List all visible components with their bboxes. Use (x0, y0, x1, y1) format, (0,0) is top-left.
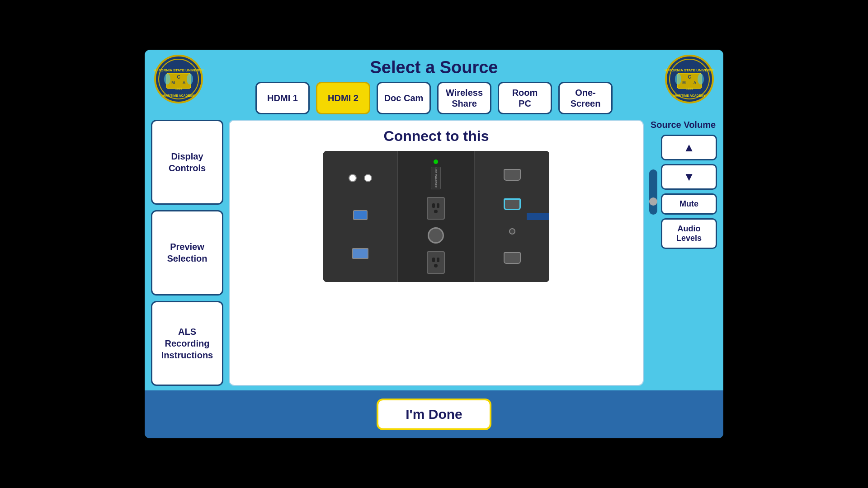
volume-controls: ▲ ▼ Mute AudioLevels (649, 135, 717, 249)
svg-text:C: C (177, 75, 180, 80)
connection-image: USB CHARGER (323, 151, 549, 282)
svg-text:1929: 1929 (175, 87, 182, 90)
source-volume-label: Source Volume (649, 120, 717, 130)
svg-text:M: M (682, 80, 686, 85)
svg-text:A: A (693, 80, 697, 85)
svg-point-21 (698, 74, 704, 84)
svg-text:CALIFORNIA STATE UNIVERSITY: CALIFORNIA STATE UNIVERSITY (665, 68, 714, 72)
als-recording-button[interactable]: ALSRecordingInstructions (151, 301, 223, 386)
svg-text:1929: 1929 (686, 87, 693, 90)
main-container: CALIFORNIA STATE UNIVERSITY C M A 1929 M… (145, 50, 723, 438)
svg-text:M: M (171, 80, 175, 85)
volume-down-button[interactable]: ▼ (661, 164, 717, 190)
source-doccam-button[interactable]: Doc Cam (377, 82, 431, 114)
svg-point-20 (675, 74, 681, 84)
source-roompc-button[interactable]: RoomPC (498, 82, 552, 114)
audio-levels-button[interactable]: AudioLevels (661, 218, 717, 249)
svg-point-9 (164, 74, 170, 84)
source-hdmi1-button[interactable]: HDMI 1 (255, 82, 310, 114)
footer: I'm Done (145, 390, 723, 438)
volume-up-button[interactable]: ▲ (661, 135, 717, 160)
display-controls-button[interactable]: DisplayControls (151, 120, 223, 205)
left-sidebar: DisplayControls PreviewSelection ALSReco… (151, 120, 223, 386)
center-panel: Connect to this (229, 120, 644, 386)
header: CALIFORNIA STATE UNIVERSITY C M A 1929 M… (145, 50, 723, 82)
logo-left: CALIFORNIA STATE UNIVERSITY C M A 1929 M… (154, 54, 203, 104)
volume-slider[interactable] (649, 169, 657, 215)
mute-button[interactable]: Mute (661, 193, 717, 215)
page-title: Select a Source (370, 58, 498, 77)
done-button[interactable]: I'm Done (377, 399, 491, 430)
right-sidebar: Source Volume ▲ ▼ Mute AudioLevels (649, 120, 717, 386)
svg-text:A: A (183, 80, 186, 85)
source-onescreen-button[interactable]: One-Screen (558, 82, 613, 114)
connect-title: Connect to this (384, 128, 489, 145)
preview-selection-button[interactable]: PreviewSelection (151, 210, 223, 295)
source-hdmi2-button[interactable]: HDMI 2 (316, 82, 370, 114)
svg-text:C: C (688, 75, 691, 80)
svg-text:CALIFORNIA STATE UNIVERSITY: CALIFORNIA STATE UNIVERSITY (154, 68, 203, 72)
source-row: HDMI 1 HDMI 2 Doc Cam WirelessShare Room… (145, 82, 723, 120)
source-wireless-button[interactable]: WirelessShare (437, 82, 491, 114)
svg-text:MARITIME ACADEMY: MARITIME ACADEMY (162, 94, 195, 97)
svg-text:MARITIME ACADEMY: MARITIME ACADEMY (673, 94, 706, 97)
main-body: DisplayControls PreviewSelection ALSReco… (145, 120, 723, 390)
volume-buttons: ▲ ▼ Mute AudioLevels (661, 135, 717, 249)
logo-right: CALIFORNIA STATE UNIVERSITY C M A 1929 M… (665, 54, 714, 104)
svg-marker-22 (527, 206, 549, 227)
svg-point-10 (187, 74, 193, 84)
